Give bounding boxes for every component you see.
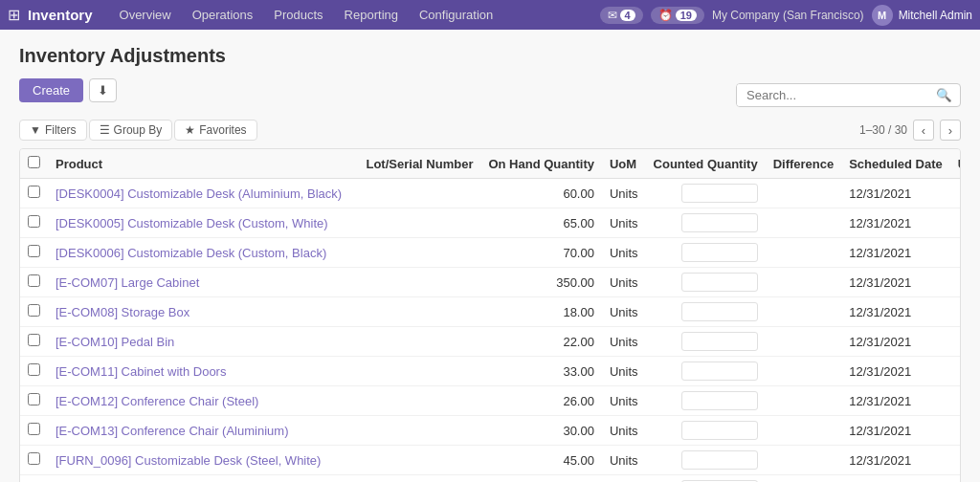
row-checkbox[interactable] [28,274,40,287]
counted-qty[interactable] [646,268,766,297]
scheduled-date: 12/31/2021 [841,446,950,475]
counted-input[interactable] [681,450,758,470]
filter-icon: ▼ [30,123,41,137]
user-name: Mitchell Admin [899,9,972,22]
next-page-button[interactable]: › [940,120,961,141]
nav-configuration[interactable]: Configuration [410,4,502,26]
table-row: [FURN_0096] Customizable Desk (Steel, Wh… [20,446,961,475]
table-row: [E-COM07] Large Cabinet 350.00 Units 12/… [20,268,961,297]
counted-input[interactable] [681,243,758,262]
product-name[interactable]: [FURN_0096] Customizable Desk (Steel, Wh… [48,446,358,475]
counted-input[interactable] [681,213,758,232]
counted-input[interactable] [681,421,758,440]
star-icon: ★ [185,123,195,137]
product-name[interactable]: [E-COM10] Pedal Bin [48,327,358,357]
row-checkbox[interactable] [28,334,40,346]
pager-area: 1–30 / 30 ‹ › [859,120,961,141]
row-checkbox[interactable] [28,304,40,317]
activities-badge[interactable]: ⏰ 19 [651,7,704,24]
uom: Units [602,208,646,238]
row-checkbox-cell[interactable] [20,327,48,357]
counted-qty[interactable] [646,475,766,483]
select-all-header[interactable] [20,149,48,179]
product-name[interactable]: [FURN_0097] Customizable Desk (Steel, Bl… [48,475,358,483]
user-cell [950,268,961,297]
select-all-checkbox[interactable] [28,156,40,168]
counted-qty[interactable] [646,238,766,268]
difference [766,179,842,208]
scheduled-date: 12/31/2021 [841,268,950,297]
row-checkbox-cell[interactable] [20,357,48,386]
row-checkbox[interactable] [28,452,40,465]
counted-input[interactable] [681,362,758,381]
nav-products[interactable]: Products [264,4,332,26]
row-checkbox[interactable] [28,245,40,257]
product-name[interactable]: [E-COM12] Conference Chair (Steel) [48,386,358,416]
nav-overview[interactable]: Overview [110,4,181,26]
row-checkbox[interactable] [28,423,40,435]
product-name[interactable]: [DESK0006] Customizable Desk (Custom, Bl… [48,238,358,268]
favorites-button[interactable]: ★ Favorites [174,120,256,141]
pager-text: 1–30 / 30 [859,123,907,137]
page-title: Inventory Adjustments [19,45,961,67]
counted-qty[interactable] [646,446,766,475]
download-button[interactable]: ⬇ [89,78,117,102]
onhand-qty: 70.00 [480,238,602,268]
counted-qty[interactable] [646,327,766,357]
counted-qty[interactable] [646,357,766,386]
counted-qty[interactable] [646,386,766,416]
nav-operations[interactable]: Operations [183,4,263,26]
row-checkbox[interactable] [28,393,40,405]
counted-qty[interactable] [646,179,766,208]
lot-serial [358,475,480,483]
user-menu[interactable]: M Mitchell Admin [872,5,972,26]
row-checkbox[interactable] [28,186,40,198]
col-uom: UoM [602,149,646,179]
lot-serial [358,297,480,327]
product-name[interactable]: [DESK0004] Customizable Desk (Aluminium,… [48,179,358,208]
row-checkbox-cell[interactable] [20,475,48,483]
search-button[interactable]: 🔍 [928,84,960,106]
row-checkbox-cell[interactable] [20,446,48,475]
row-checkbox[interactable] [28,363,40,376]
company-name[interactable]: My Company (San Francisco) [712,9,864,22]
groupby-button[interactable]: ☰ Group By [89,120,173,141]
row-checkbox-cell[interactable] [20,208,48,238]
counted-qty[interactable] [646,297,766,327]
counted-input[interactable] [681,184,758,203]
counted-input[interactable] [681,302,758,321]
product-name[interactable]: [E-COM11] Cabinet with Doors [48,357,358,386]
uom: Units [602,446,646,475]
grid-icon[interactable]: ⊞ [8,6,20,24]
scheduled-date: 12/31/2021 [841,327,950,357]
onhand-qty: 33.00 [480,357,602,386]
product-name[interactable]: [E-COM13] Conference Chair (Aluminium) [48,416,358,446]
counted-input[interactable] [681,332,758,351]
row-checkbox-cell[interactable] [20,386,48,416]
counted-input[interactable] [681,273,758,292]
counted-qty[interactable] [646,416,766,446]
row-checkbox-cell[interactable] [20,179,48,208]
lot-serial [358,179,480,208]
product-name[interactable]: [DESK0005] Customizable Desk (Custom, Wh… [48,208,358,238]
search-input[interactable] [737,84,928,106]
counted-input[interactable] [681,391,758,410]
product-name[interactable]: [E-COM07] Large Cabinet [48,268,358,297]
row-checkbox-cell[interactable] [20,297,48,327]
row-checkbox[interactable] [28,215,40,228]
filters-button[interactable]: ▼ Filters [19,120,87,141]
product-name[interactable]: [E-COM08] Storage Box [48,297,358,327]
row-checkbox-cell[interactable] [20,238,48,268]
messages-badge[interactable]: ✉ 4 [600,7,643,24]
counted-qty[interactable] [646,208,766,238]
difference [766,475,842,483]
col-counted: Counted Quantity [646,149,766,179]
row-checkbox-cell[interactable] [20,416,48,446]
prev-page-button[interactable]: ‹ [913,120,934,141]
row-checkbox-cell[interactable] [20,268,48,297]
brand-name[interactable]: Inventory [28,7,93,23]
difference [766,297,842,327]
create-button[interactable]: Create [19,78,83,102]
scheduled-date: 12/31/2021 [841,357,950,386]
nav-reporting[interactable]: Reporting [335,4,408,26]
